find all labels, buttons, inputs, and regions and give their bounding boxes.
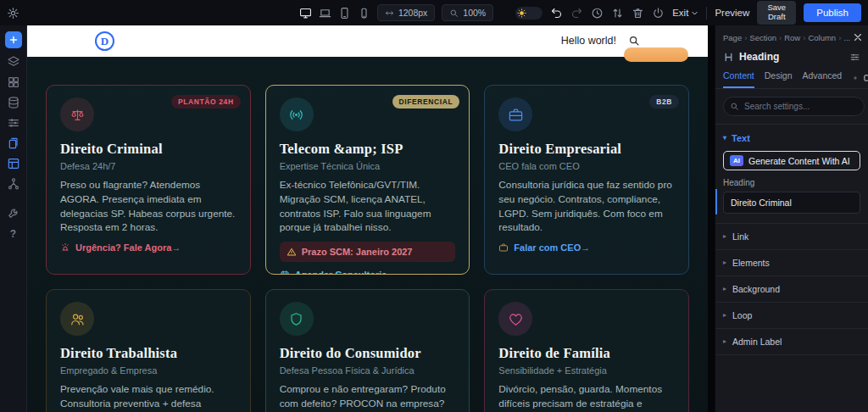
calendar-icon	[280, 270, 290, 275]
site-nav-link[interactable]: Hello world!	[561, 35, 616, 47]
service-card-trabalhista[interactable]: Direito Trabalhista Empregado & Empresa …	[46, 289, 251, 412]
layers-icon[interactable]	[7, 55, 20, 69]
breadcrumb-page[interactable]: Page	[723, 33, 742, 42]
card-body[interactable]: Consultoria jurídica que faz sentido pro…	[498, 178, 675, 235]
element-settings-icon[interactable]	[849, 52, 860, 63]
import-export-icon[interactable]	[611, 7, 624, 19]
history-icon[interactable]	[591, 7, 604, 19]
editor-canvas[interactable]: D Hello world! PLANTÃO 24H Direito Crimi…	[27, 25, 708, 412]
breakpoint-desktop-icon[interactable]	[299, 7, 312, 19]
wrench-icon[interactable]	[7, 206, 20, 220]
site-search-icon[interactable]	[628, 35, 640, 47]
settings-sliders-icon[interactable]	[7, 116, 20, 130]
theme-toggle[interactable]	[515, 7, 542, 19]
card-body[interactable]: Ex-técnico Telefônica/GVT/TIM. Migração …	[280, 178, 456, 235]
caret-down-icon: ▾	[723, 135, 726, 142]
canvas-width-field[interactable]: 1208px	[377, 4, 435, 21]
card-title[interactable]: Direito de Família	[498, 345, 675, 362]
site-cta-button[interactable]	[624, 47, 688, 62]
card-subtitle[interactable]: CEO fala com CEO	[498, 161, 675, 171]
section-elements[interactable]: ▸Elements	[715, 249, 868, 276]
trash-icon[interactable]	[632, 7, 644, 19]
scales-icon	[60, 97, 94, 131]
help-icon[interactable]: ?	[10, 228, 16, 240]
preview-button[interactable]: Preview	[715, 8, 749, 18]
card-badge[interactable]: B2B	[649, 95, 679, 109]
service-card-familia[interactable]: Direito de Família Sensibilidade + Estra…	[484, 289, 689, 412]
publish-button[interactable]: Publish	[804, 3, 861, 22]
structure-icon[interactable]	[7, 177, 20, 191]
tab-content[interactable]: Content	[723, 70, 754, 88]
plus-icon	[8, 35, 19, 45]
breakpoint-laptop-icon[interactable]	[319, 7, 331, 19]
zoom-field[interactable]: 100%	[442, 4, 493, 21]
breadcrumb-row[interactable]: Row	[784, 33, 800, 42]
generate-ai-button[interactable]: AI Generate Content With AI	[723, 151, 860, 170]
site-header[interactable]: D Hello world!	[27, 25, 708, 57]
exit-button[interactable]: Exit	[672, 8, 698, 18]
card-subtitle[interactable]: Expertise Técnica Única	[280, 161, 456, 171]
breadcrumb: Page› Section› Row› Column› ...	[715, 25, 868, 47]
save-draft-button[interactable]: Save Draft	[757, 1, 796, 25]
card-title[interactable]: Direito Empresarial	[498, 141, 675, 158]
tab-advanced[interactable]: Advanced	[802, 70, 842, 88]
card-body[interactable]: Comprou e não entregaram? Produto com de…	[280, 382, 456, 412]
breadcrumb-more[interactable]: ...	[843, 33, 850, 42]
card-subtitle[interactable]: Sensibilidade + Estratégia	[498, 365, 675, 376]
heading-input[interactable]	[723, 192, 860, 214]
breadcrumb-column[interactable]: Column	[808, 33, 836, 42]
card-link[interactable]: Falar com CEO→	[498, 242, 675, 253]
section-link[interactable]: ▸Link	[715, 223, 868, 249]
state-square-icon[interactable]	[863, 74, 868, 82]
heart-icon	[498, 302, 532, 336]
caret-right-icon: ▸	[723, 233, 726, 240]
card-badge[interactable]: PLANTÃO 24H	[171, 95, 241, 109]
redo-icon[interactable]	[570, 7, 583, 19]
card-body[interactable]: Divórcio, pensão, guarda. Momentos difíc…	[498, 382, 675, 412]
site-logo[interactable]: D	[95, 31, 114, 51]
service-card-consumidor[interactable]: Direito do Consumidor Defesa Pessoa Físi…	[265, 289, 470, 412]
power-icon[interactable]	[652, 7, 665, 19]
card-subtitle[interactable]: Defesa Pessoa Física & Jurídica	[280, 365, 456, 376]
settings-search-row	[715, 89, 868, 125]
card-badge[interactable]: DIFERENCIAL	[392, 95, 460, 109]
components-icon[interactable]	[7, 75, 20, 89]
database-icon[interactable]	[7, 96, 20, 109]
settings-search-input[interactable]	[723, 97, 865, 116]
card-link[interactable]: Urgência? Fale Agora→	[60, 242, 236, 253]
gear-icon[interactable]	[7, 7, 19, 19]
add-element-button[interactable]	[5, 31, 22, 48]
card-subtitle[interactable]: Empregado & Empresa	[60, 365, 236, 376]
pages-icon[interactable]	[7, 136, 20, 150]
section-text[interactable]: ▾ Text	[715, 125, 868, 150]
card-subtitle[interactable]: Defesa 24h/7	[60, 161, 236, 171]
card-title[interactable]: Direito Criminal	[60, 141, 236, 158]
deadline-alert[interactable]: Prazo SCM: Janeiro 2027	[280, 242, 456, 262]
tab-design[interactable]: Design	[765, 70, 793, 88]
breakpoint-mobile-icon[interactable]	[358, 7, 370, 19]
card-title[interactable]: Direito do Consumidor	[280, 345, 456, 362]
section-admin-label[interactable]: ▸Admin Label	[715, 328, 868, 355]
options-dot-icon[interactable]	[852, 75, 859, 81]
breadcrumb-section[interactable]: Section	[749, 33, 776, 42]
templates-icon[interactable]	[7, 157, 20, 170]
card-title[interactable]: Direito Trabalhista	[60, 345, 236, 362]
service-card-empresarial[interactable]: B2B Direito Empresarial CEO fala com CEO…	[484, 85, 689, 275]
heading-field-row	[715, 187, 868, 223]
card-body[interactable]: Preso ou flagrante? Atendemos AGORA. Pre…	[60, 178, 236, 235]
warning-icon	[287, 247, 297, 257]
card-title[interactable]: Telecom &amp; ISP	[280, 141, 456, 158]
close-icon[interactable]	[853, 32, 863, 42]
service-card-criminal[interactable]: PLANTÃO 24H Direito Criminal Defesa 24h/…	[46, 85, 251, 275]
ai-badge: AI	[730, 155, 743, 166]
service-card-telecom[interactable]: DIFERENCIAL Telecom &amp; ISP Expertise …	[265, 85, 470, 275]
breakpoint-tablet-icon[interactable]	[338, 7, 351, 19]
section-loop[interactable]: ▸Loop	[715, 302, 868, 328]
caret-right-icon: ▸	[723, 312, 726, 319]
site-dark-section[interactable]: PLANTÃO 24H Direito Criminal Defesa 24h/…	[27, 57, 708, 412]
arrows-horizontal-icon	[385, 8, 394, 18]
card-link[interactable]: Agendar Consultoria→	[280, 270, 456, 275]
undo-icon[interactable]	[550, 7, 563, 19]
section-background[interactable]: ▸Background	[715, 276, 868, 302]
card-body[interactable]: Prevenção vale mais que remédio. Consult…	[60, 382, 236, 412]
